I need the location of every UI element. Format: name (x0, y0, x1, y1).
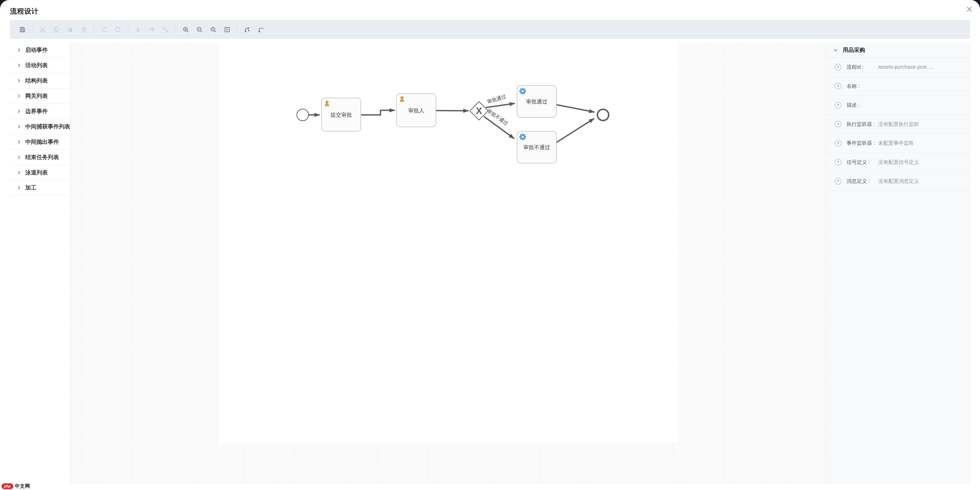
user-task-approver[interactable]: 审批人 (396, 94, 436, 127)
toolbar-separator (128, 24, 128, 35)
dialog-title: 流程设计 (10, 6, 38, 16)
property-value: 没有配置执行监听 (878, 121, 919, 128)
sidebar-item-label: 中间捕获事件列表 (25, 123, 70, 131)
service-task-approve[interactable]: 审批通过 (517, 86, 556, 118)
sidebar-item-lanes[interactable]: 泳道列表 (10, 165, 70, 180)
delete-button (77, 23, 91, 37)
delete-icon (81, 26, 87, 33)
property-row-name[interactable]: ? 名称 : (826, 77, 970, 96)
start-event-node[interactable] (297, 109, 309, 121)
property-row-description[interactable]: ? 描述 : (826, 96, 970, 115)
php-logo: php (2, 484, 13, 489)
chevron-right-icon (17, 170, 21, 175)
service-task-reject[interactable]: 审批不通过 (517, 131, 556, 163)
chevron-right-icon (17, 109, 21, 113)
process-name-title: 用品采购 (843, 46, 865, 54)
paste-button (63, 23, 77, 37)
chevron-right-icon (17, 94, 21, 98)
chevron-down-icon (833, 48, 838, 53)
zoom-out-button[interactable] (192, 23, 207, 37)
chevron-right-icon (17, 140, 21, 144)
fit-screen-button[interactable] (220, 23, 234, 37)
property-row-signal-definition[interactable]: ? 信号定义 : 没有配置信号定义 (826, 153, 970, 172)
bpmn-canvas[interactable]: 审批通过 审批不通过 提交审批 (70, 43, 826, 484)
sidebar-item-label: 活动列表 (25, 62, 48, 69)
phpcn-watermark: php 中文网 (2, 483, 30, 490)
end-event-node[interactable] (597, 109, 609, 121)
toolbar-separator (32, 24, 33, 35)
sidebar-item-intermediate-catch-events[interactable]: 中间捕获事件列表 (10, 119, 70, 134)
toolbar (10, 20, 970, 39)
chevron-right-icon (17, 155, 21, 160)
chevron-right-icon (17, 78, 21, 83)
panel-header[interactable]: 用品采购 (826, 43, 970, 58)
save-button[interactable] (16, 23, 29, 37)
sidebar-item-label: 泳道列表 (25, 169, 48, 176)
help-icon: ? (835, 159, 842, 166)
zoom-in-button[interactable] (179, 23, 192, 37)
sidebar-item-intermediate-throw-events[interactable]: 中间抛出事件 (10, 134, 70, 150)
property-label: 描述 : (846, 102, 859, 109)
align-horizontal-center-icon (148, 26, 155, 33)
add-connection-icon (244, 26, 251, 33)
add-connection-button[interactable] (240, 23, 254, 37)
property-row-process-id[interactable]: ? 流程id : assets-purchase-proc ... (826, 58, 970, 77)
copy-icon (53, 26, 60, 33)
sidebar-item-label: 中间抛出事件 (25, 138, 59, 146)
property-value: 没有配置信号定义 (878, 159, 919, 166)
property-row-execution-listener[interactable]: ? 执行监听器 : 没有配置执行监听 (826, 115, 970, 134)
properties-panel: 用品采购 ? 流程id : assets-purchase-proc ... ?… (825, 43, 970, 484)
remove-connection-icon (258, 26, 264, 33)
zoom-reset-icon (210, 26, 217, 33)
sidebar-item-label: 加工 (25, 184, 37, 192)
help-icon: ? (835, 121, 842, 128)
sidebar-item-activities[interactable]: 活动列表 (10, 58, 70, 73)
chevron-right-icon (17, 124, 21, 129)
flow-approver-to-gateway[interactable] (436, 110, 469, 111)
palette-sidebar: 启动事件 活动列表 结构列表 网关列表 边界事件 中间捕获事件列表 (10, 43, 70, 484)
save-icon (19, 26, 26, 33)
remove-connection-button[interactable] (254, 23, 268, 37)
property-value: assets-purchase-proc ... (878, 64, 933, 70)
flow-submit-to-approver[interactable] (361, 110, 395, 115)
align-vertical-center-button (131, 23, 145, 37)
sidebar-item-structures[interactable]: 结构列表 (10, 73, 70, 89)
sidebar-item-end-tasks[interactable]: 结束任务列表 (10, 150, 70, 165)
sidebar-item-start-events[interactable]: 启动事件 (10, 43, 70, 58)
cut-icon (39, 26, 46, 33)
help-icon: ? (835, 64, 842, 70)
undo-icon (115, 26, 121, 33)
copy-button (49, 23, 63, 37)
sidebar-item-label: 结束任务列表 (25, 153, 59, 161)
edge-label-fail[interactable]: 审批不通过 (486, 108, 509, 126)
flow-gateway-to-approve[interactable] (486, 104, 515, 107)
phpcn-text: 中文网 (15, 483, 30, 490)
paste-icon (67, 26, 73, 33)
sidebar-item-boundary-events[interactable]: 边界事件 (10, 104, 70, 119)
property-row-message-definition[interactable]: ? 消息定义 : 没有配置消息定义 (826, 172, 970, 191)
help-icon: ? (835, 178, 842, 185)
close-icon[interactable]: × (962, 2, 977, 16)
bpmn-diagram: 审批通过 审批不通过 提交审批 (219, 43, 678, 442)
titlebar: 流程设计 × (0, 0, 980, 20)
property-label: 流程id : (846, 64, 864, 70)
process-designer-dialog: 流程设计 × (0, 0, 980, 490)
sidebar-item-gateways[interactable]: 网关列表 (10, 89, 70, 104)
sidebar-item-processing[interactable]: 加工 (10, 180, 70, 196)
property-label: 信号定义 : (846, 159, 870, 166)
diagram-sheet[interactable]: 审批通过 审批不通过 提交审批 (219, 43, 678, 442)
zoom-out-icon (196, 26, 203, 33)
edge-label-pass[interactable]: 审批通过 (487, 93, 507, 104)
flow-reject-to-end[interactable] (556, 118, 594, 142)
property-value: 没有配置消息定义 (878, 178, 919, 185)
property-row-event-listener[interactable]: ? 事件监听器 : 未配置事件监听 (826, 134, 970, 153)
auto-layout-button (159, 23, 172, 37)
zoom-reset-button[interactable] (207, 23, 220, 37)
align-vertical-center-icon (135, 26, 142, 33)
property-value: 未配置事件监听 (878, 140, 914, 147)
help-icon: ? (835, 102, 842, 109)
flow-approve-to-end[interactable] (556, 105, 594, 112)
gear-icon (519, 134, 526, 140)
user-task-submit[interactable]: 提交审批 (321, 98, 361, 131)
undo-button (111, 23, 125, 37)
